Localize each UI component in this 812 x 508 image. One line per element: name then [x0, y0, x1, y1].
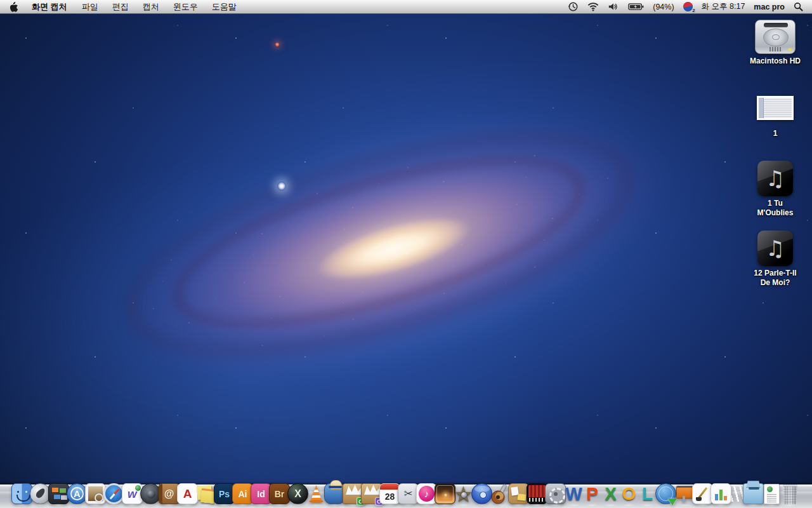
time-machine-menu[interactable]: [563, 0, 583, 13]
menu-bar: 화면 캡처 파일 편집 캡처 윈도우 도움말: [0, 0, 812, 14]
dock-item-mission-control[interactable]: [49, 479, 68, 504]
dock-item-corkboard-app[interactable]: [509, 479, 528, 504]
dock-item-address-book[interactable]: @: [160, 479, 178, 504]
battery-charging-icon: [628, 3, 644, 11]
menu-capture[interactable]: 캡처: [136, 0, 166, 13]
volume-menu[interactable]: [603, 0, 624, 13]
trash-basket-icon: [782, 485, 799, 504]
active-app-menu[interactable]: 화면 캡처: [24, 0, 75, 13]
apple-menu[interactable]: [0, 0, 24, 13]
dock-item-adobe-reader[interactable]: A: [178, 479, 197, 504]
galaxy-star-clusters: [119, 98, 653, 392]
wifi-icon: [587, 2, 599, 11]
input-badge: 2: [692, 8, 695, 13]
galaxy-core: [310, 204, 478, 293]
dock-item-garageband[interactable]: [491, 479, 509, 504]
galaxy-halo: [2, 0, 785, 500]
dock-item-x-app[interactable]: X: [289, 479, 307, 504]
dock-item-documents-stack[interactable]: [744, 479, 763, 504]
dock-divider: [730, 479, 744, 504]
starfield-layer: [0, 0, 812, 508]
menu-edit[interactable]: 편집: [105, 0, 136, 13]
desktop-icon-label: 1 Tu M'Oublies: [757, 199, 794, 218]
desktop-icon-label: 1: [773, 129, 778, 138]
dock-item-system-preferences[interactable]: [546, 479, 565, 504]
dock-item-toast[interactable]: [325, 479, 344, 504]
dock-item-ms-word[interactable]: W: [565, 479, 583, 504]
dock-item-photoshop[interactable]: Ps: [215, 479, 233, 504]
dock-item-trash[interactable]: [781, 479, 799, 504]
screenshot-thumbnail-icon: [757, 96, 794, 120]
menu-help[interactable]: 도움말: [205, 0, 244, 13]
desktop-icon-label: 12 Parle-T-Il De Moi?: [754, 269, 796, 288]
galaxy-dust-lane: [158, 123, 599, 361]
time-machine-icon: [568, 1, 579, 12]
blue-folder-icon: [743, 483, 764, 504]
galaxy-dust-lane: [105, 88, 655, 399]
dock-item-vlc[interactable]: [307, 479, 325, 504]
audio-file-icon: ♫: [757, 231, 793, 266]
dock-item-web-downloader[interactable]: [657, 479, 675, 504]
desktop-icon-audio-2[interactable]: ♫ 12 Parle-T-Il De Moi?: [740, 231, 810, 288]
andromeda-galaxy: [62, 46, 726, 449]
user-switch-menu[interactable]: mac pro: [749, 0, 789, 13]
numbers-chart-icon: [710, 483, 731, 504]
dock: A w @ A Ps Ai Id Br X C C 28 ✂ ♪: [0, 475, 812, 508]
input-source-menu[interactable]: 2: [679, 0, 697, 13]
dock-item-pages[interactable]: [693, 479, 712, 504]
dock-item-iphoto[interactable]: [436, 479, 454, 504]
desktop-icon-screenshot-1[interactable]: 1: [740, 96, 810, 138]
dock-item-document-file[interactable]: [763, 479, 781, 504]
dock-item-ms-lync[interactable]: L: [638, 479, 657, 504]
dock-item-preview[interactable]: [86, 479, 105, 504]
korean-flag-icon: 2: [683, 2, 693, 11]
dock-item-itunes[interactable]: ♪: [417, 479, 436, 504]
battery-percent: (94%): [648, 0, 678, 13]
dock-item-bridge[interactable]: Br: [270, 479, 289, 504]
dock-item-grab[interactable]: ✂: [399, 479, 417, 504]
desktop-icon-macintosh-hd[interactable]: Macintosh HD: [740, 20, 810, 66]
dock-item-cleaner-purple[interactable]: C: [362, 479, 381, 504]
wifi-menu[interactable]: [583, 0, 603, 13]
dock-item-launchpad[interactable]: [31, 479, 49, 504]
dock-item-cleaner-green[interactable]: C: [344, 479, 362, 504]
music-note-glyph: ♫: [766, 168, 785, 189]
dock-item-finder[interactable]: [13, 479, 31, 504]
dock-item-app-store[interactable]: A: [68, 479, 86, 504]
dock-item-ms-powerpoint[interactable]: P: [583, 479, 601, 504]
dock-item-illustrator[interactable]: Ai: [233, 479, 252, 504]
music-note-glyph: ♫: [766, 237, 785, 259]
desktop-icon-label: Macintosh HD: [750, 57, 801, 66]
dock-item-imovie[interactable]: ★: [454, 479, 473, 504]
menu-window[interactable]: 윈도우: [166, 0, 205, 13]
spotlight-search-icon: [794, 2, 803, 11]
dock-item-front-row[interactable]: [528, 479, 546, 504]
clock-menu[interactable]: 화 오후 8:17: [697, 0, 750, 13]
hard-drive-icon: [755, 20, 796, 54]
dock-item-ical[interactable]: 28: [381, 479, 399, 504]
dock-item-ms-entourage[interactable]: O: [620, 479, 638, 504]
dock-item-photo-booth[interactable]: [141, 479, 160, 504]
spotlight-button[interactable]: [789, 0, 812, 13]
desktop-wallpaper: 화면 캡처 파일 편집 캡처 윈도우 도움말: [0, 0, 812, 508]
volume-icon: [608, 2, 619, 11]
galaxy-disk: [90, 69, 697, 427]
battery-menu[interactable]: [624, 0, 648, 13]
dock-item-safari[interactable]: [105, 479, 123, 504]
menu-file[interactable]: 파일: [75, 0, 105, 13]
document-file-icon: [764, 484, 780, 504]
apple-logo-icon: [9, 2, 18, 12]
dock-item-ms-excel[interactable]: X: [601, 479, 620, 504]
starfield-layer: [0, 0, 812, 508]
dock-item-keynote[interactable]: [675, 479, 693, 504]
dock-item-indesign[interactable]: Id: [252, 479, 270, 504]
dock-item-stickies[interactable]: [197, 479, 215, 504]
dock-item-idvd[interactable]: [473, 479, 491, 504]
audio-file-icon: ♫: [757, 161, 793, 196]
dock-item-iweb[interactable]: w: [123, 479, 141, 504]
desktop-icon-audio-1[interactable]: ♫ 1 Tu M'Oublies: [740, 161, 810, 218]
dock-item-numbers[interactable]: [712, 479, 730, 504]
red-star: [275, 42, 280, 47]
bright-star: [277, 182, 286, 190]
